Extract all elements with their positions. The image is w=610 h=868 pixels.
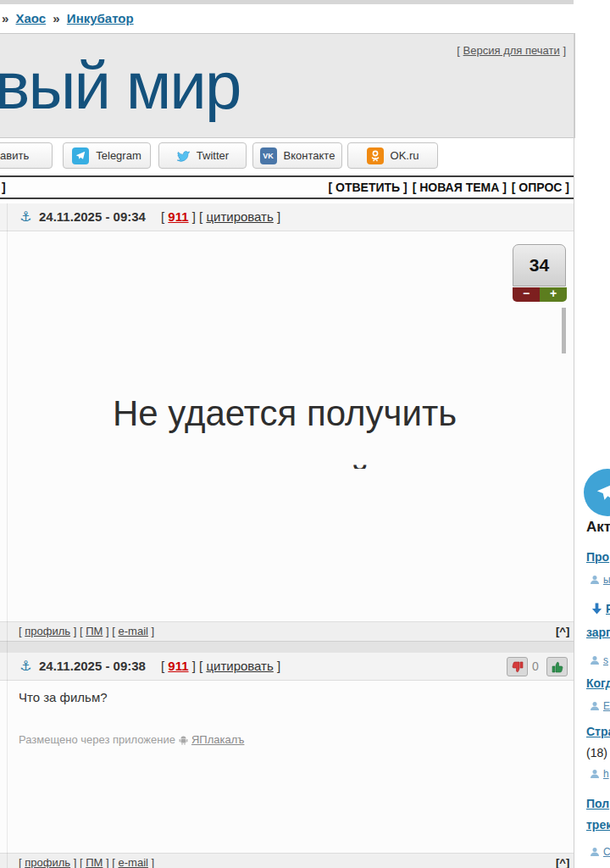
post2-body <box>0 681 574 853</box>
rating-plus-button[interactable]: + <box>540 287 567 302</box>
thumb-up-button[interactable] <box>546 657 568 676</box>
breadcrumb: » Хаос » Инкубатор <box>0 4 574 33</box>
sidebar-topic-replies: (18) <box>586 746 607 760</box>
rating-minus-button[interactable]: − <box>513 287 540 302</box>
sidebar-topic-author[interactable]: ы <box>590 574 610 586</box>
post2-quote-link[interactable]: цитировать <box>206 659 273 673</box>
person-icon <box>590 655 600 665</box>
topic-action-bar: ] [ ОТВЕТИТЬ ] [ НОВАЯ ТЕМА ] [ ОПРОС ] <box>0 175 574 199</box>
post2-links: [ 911 ] [ цитировать ] <box>161 653 280 680</box>
new-topic-button[interactable]: [ НОВАЯ ТЕМА ] <box>413 181 507 194</box>
sidebar-divider <box>574 33 574 868</box>
post1-header: ⚓ 24.11.2025 - 09:34 [ 911 ] [ цитироват… <box>0 203 574 231</box>
breadcrumb-link-incubator[interactable]: Инкубатор <box>67 11 134 25</box>
sidebar-topic-link[interactable]: Р <box>591 602 610 615</box>
cropped-bracket: ] <box>2 177 6 198</box>
breadcrumb-sep: » <box>53 11 59 25</box>
sidebar-topic-link[interactable]: Про <box>586 550 609 564</box>
post2-profile-link[interactable]: профиль <box>25 856 70 868</box>
telegram-channel-button[interactable] <box>584 469 610 516</box>
share-twitter-button[interactable]: Twitter <box>158 142 247 169</box>
sidebar-topic-link[interactable]: Пол <box>586 797 609 810</box>
breadcrumb-link-chaos[interactable]: Хаос <box>16 11 47 25</box>
anchor-icon[interactable]: ⚓ <box>19 203 31 231</box>
person-icon <box>590 575 600 585</box>
post2-header: ⚓ 24.11.2025 - 09:38 [ 911 ] [ цитироват… <box>0 653 574 681</box>
post1-email-link[interactable]: e-mail <box>119 625 148 637</box>
post1-rating-value: 34 <box>513 244 566 287</box>
sidebar-topic-link[interactable]: зарп <box>586 626 610 639</box>
thumb-down-button[interactable] <box>507 657 528 676</box>
anchor-icon[interactable]: ⚓ <box>19 653 31 680</box>
post2-id-link[interactable]: 911 <box>168 659 188 673</box>
sidebar-topic-link[interactable]: трек <box>586 818 610 832</box>
person-icon <box>590 769 600 779</box>
twitter-icon <box>176 150 190 162</box>
android-icon <box>179 735 188 745</box>
post2-email-link[interactable]: e-mail <box>119 856 148 868</box>
ok-icon <box>367 147 384 164</box>
userinfo-column-divider <box>7 203 8 868</box>
sidebar-topic-author[interactable]: s <box>590 654 608 666</box>
post1-date: 24.11.2025 - 09:34 <box>39 203 146 231</box>
sidebar-topic-author[interactable]: h <box>590 768 609 780</box>
thumb-down-icon <box>512 661 524 673</box>
embed-error-area: Не удается получить доступ к сайту <box>7 356 563 469</box>
vk-icon: VK <box>260 147 277 164</box>
post1-pm-link[interactable]: ПМ <box>86 625 103 637</box>
post1-profile-link[interactable]: профиль <box>25 625 70 637</box>
poll-button[interactable]: [ ОПРОС ] <box>512 181 569 194</box>
post2-footer: [ профиль ] [ ПМ ] [ e-mail ] [^] <box>0 853 574 868</box>
share-ok-button[interactable]: OK.ru <box>347 142 438 169</box>
telegram-icon <box>596 481 610 504</box>
share-ok-label: OK.ru <box>391 149 419 162</box>
reply-button[interactable]: [ ОТВЕТИТЬ ] <box>329 181 408 194</box>
share-telegram-button[interactable]: Telegram <box>63 142 151 169</box>
scroll-top-link[interactable]: [^] <box>556 854 569 868</box>
post2-pm-link[interactable]: ПМ <box>86 856 103 868</box>
post1-footer: [ профиль ] [ ПМ ] [ e-mail ] [^] <box>0 621 574 642</box>
share-vk-button[interactable]: VK Вконтакте <box>252 142 342 169</box>
post1-id-link[interactable]: 911 <box>168 209 188 224</box>
person-icon <box>590 701 600 711</box>
yaplakal-app-link[interactable]: ЯПлакалъ <box>191 733 244 746</box>
post2-date: 24.11.2025 - 09:38 <box>39 653 146 680</box>
send-button-label: тправить <box>0 149 29 162</box>
post2-posted-via: Размещено через приложение ЯПлакалъ <box>19 733 244 746</box>
embed-error-text-clipped: доступ к сайту <box>7 459 563 469</box>
sidebar-topic-author[interactable]: Е <box>590 700 610 712</box>
embed-error-text: Не удается получить <box>7 393 563 434</box>
person-icon <box>590 847 600 857</box>
post2-message: Что за фильм? <box>19 690 108 704</box>
scroll-top-link[interactable]: [^] <box>556 622 569 641</box>
share-telegram-label: Telegram <box>96 149 141 162</box>
post1-links: [ 911 ] [ цитировать ] <box>161 203 280 231</box>
sidebar-topic-author[interactable]: С <box>590 846 610 858</box>
topic-title: вый мир <box>0 47 240 125</box>
sidebar-topic-link[interactable]: Когд <box>586 676 610 690</box>
embed-scrollbar-thumb[interactable] <box>562 308 566 353</box>
breadcrumb-sep: » <box>2 11 8 25</box>
sidebar-topic-link[interactable]: Стра <box>586 725 610 738</box>
forum-page: » Хаос » Инкубатор вый мир [ Версия для … <box>0 0 610 868</box>
send-button[interactable]: тправить <box>0 142 53 169</box>
post-separator <box>0 642 574 653</box>
post2-vote-count: 0 <box>532 657 539 676</box>
share-vk-label: Вконтакте <box>284 149 336 162</box>
print-version-link[interactable]: [ Версия для печати ] <box>457 44 566 57</box>
post1-quote-link[interactable]: цитировать <box>206 209 273 224</box>
sidebar-heading: Акт <box>586 519 610 536</box>
down-arrow-icon <box>591 603 602 615</box>
thumb-up-icon <box>552 661 563 673</box>
telegram-icon <box>72 147 89 164</box>
share-twitter-label: Twitter <box>197 149 229 162</box>
